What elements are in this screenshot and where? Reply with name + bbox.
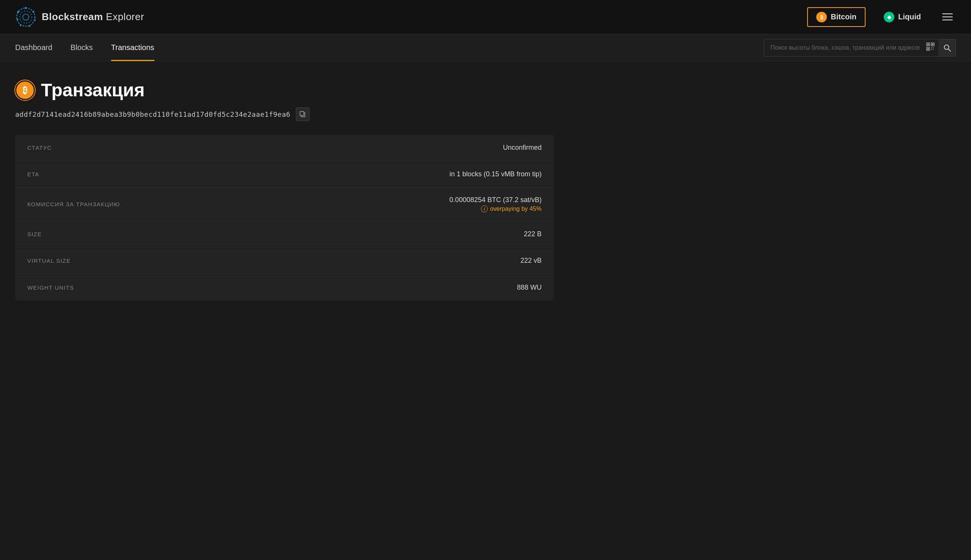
- value-size: 222 B: [524, 230, 542, 238]
- hamburger-line-1: [942, 13, 953, 14]
- menu-button[interactable]: [939, 10, 956, 23]
- detail-row-fee: КОМИССИЯ ЗА ТРАНЗАКЦИЮ 0.00008254 BTC (3…: [15, 188, 554, 221]
- page-title-area: ₿ Транзакция: [15, 80, 554, 100]
- value-wu: 888 WU: [517, 283, 542, 292]
- svg-point-4: [33, 11, 35, 13]
- detail-row-wu: WEIGHT UNITS 888 WU: [15, 274, 554, 301]
- svg-point-0: [17, 8, 35, 26]
- svg-line-21: [948, 49, 951, 51]
- search-icon: [943, 44, 951, 52]
- overpaying-text: overpaying by 45%: [490, 205, 542, 212]
- value-fee: 0.00008254 BTC (37.2 sat/vB): [449, 196, 542, 204]
- tx-hash: addf2d7141ead2416b89abea3b9b0becd110fe11…: [15, 110, 290, 118]
- copy-hash-button[interactable]: [296, 107, 310, 121]
- qr-scan-button[interactable]: [926, 42, 934, 53]
- hamburger-line-2: [942, 16, 953, 17]
- detail-row-vsize: VIRTUAL SIZE 222 vB: [15, 248, 554, 274]
- liquid-network-button[interactable]: ◆ Liquid: [875, 7, 930, 27]
- bitcoin-icon: ₿: [816, 12, 827, 22]
- logo-text: Blockstream Explorer: [42, 11, 144, 23]
- value-vsize: 222 vB: [521, 257, 542, 265]
- label-size: SIZE: [27, 231, 42, 237]
- svg-point-2: [23, 14, 29, 20]
- label-fee: КОМИССИЯ ЗА ТРАНЗАКЦИЮ: [27, 201, 120, 207]
- svg-point-9: [17, 11, 19, 13]
- svg-rect-13: [932, 43, 933, 45]
- search-input[interactable]: [764, 39, 938, 57]
- nav-links: Dashboard Blocks Transactions: [15, 34, 154, 61]
- nav-dashboard[interactable]: Dashboard: [15, 34, 52, 61]
- main-content: ₿ Транзакция addf2d7141ead2416b89abea3b9…: [0, 62, 569, 316]
- top-navigation: Blockstream Explorer ₿ Bitcoin ◆ Liquid: [0, 0, 971, 34]
- svg-rect-18: [931, 49, 932, 50]
- svg-point-8: [17, 18, 18, 20]
- value-status: Unconfirmed: [503, 144, 542, 152]
- label-vsize: VIRTUAL SIZE: [27, 257, 70, 264]
- nav-blocks[interactable]: Blocks: [70, 34, 93, 61]
- svg-rect-11: [928, 43, 929, 45]
- label-eta: ETA: [27, 171, 40, 177]
- svg-point-1: [20, 11, 32, 23]
- overpaying-notice: i overpaying by 45%: [481, 205, 542, 212]
- svg-point-6: [29, 25, 30, 27]
- hamburger-line-3: [942, 19, 953, 20]
- logo-area: Blockstream Explorer: [15, 7, 144, 28]
- label-status: СТАТУС: [27, 145, 52, 151]
- svg-point-3: [25, 7, 27, 9]
- svg-rect-15: [928, 48, 929, 50]
- svg-rect-16: [931, 47, 932, 48]
- label-wu: WEIGHT UNITS: [27, 284, 74, 291]
- liquid-label: Liquid: [898, 13, 921, 21]
- liquid-icon: ◆: [884, 12, 894, 22]
- search-input-wrapper: [764, 39, 938, 57]
- svg-point-5: [34, 19, 36, 21]
- detail-row-size: SIZE 222 B: [15, 221, 554, 248]
- btc-coin-icon: ₿: [15, 80, 35, 100]
- info-icon: i: [481, 205, 488, 212]
- tx-hash-row: addf2d7141ead2416b89abea3b9b0becd110fe11…: [15, 107, 554, 121]
- bitcoin-label: Bitcoin: [831, 13, 856, 21]
- logo-icon: [15, 7, 37, 28]
- copy-icon: [300, 111, 306, 117]
- value-fee-area: 0.00008254 BTC (37.2 sat/vB) i overpayin…: [449, 196, 542, 212]
- search-area: [764, 39, 956, 57]
- svg-rect-19: [933, 49, 933, 50]
- svg-rect-23: [300, 112, 304, 116]
- detail-row-eta: ETA in 1 blocks (0.15 vMB from tip): [15, 161, 554, 188]
- nav-transactions[interactable]: Transactions: [111, 34, 154, 61]
- details-card: СТАТУС Unconfirmed ETA in 1 blocks (0.15…: [15, 135, 554, 301]
- bitcoin-network-button[interactable]: ₿ Bitcoin: [807, 7, 866, 27]
- detail-row-status: СТАТУС Unconfirmed: [15, 135, 554, 161]
- page-title: Транзакция: [41, 80, 145, 100]
- qr-icon: [926, 42, 934, 51]
- search-button[interactable]: [938, 39, 956, 57]
- svg-point-7: [20, 25, 21, 26]
- top-nav-right: ₿ Bitcoin ◆ Liquid: [807, 7, 956, 27]
- secondary-navigation: Dashboard Blocks Transactions: [0, 34, 971, 62]
- svg-rect-17: [933, 47, 933, 48]
- value-eta: in 1 blocks (0.15 vMB from tip): [449, 170, 542, 178]
